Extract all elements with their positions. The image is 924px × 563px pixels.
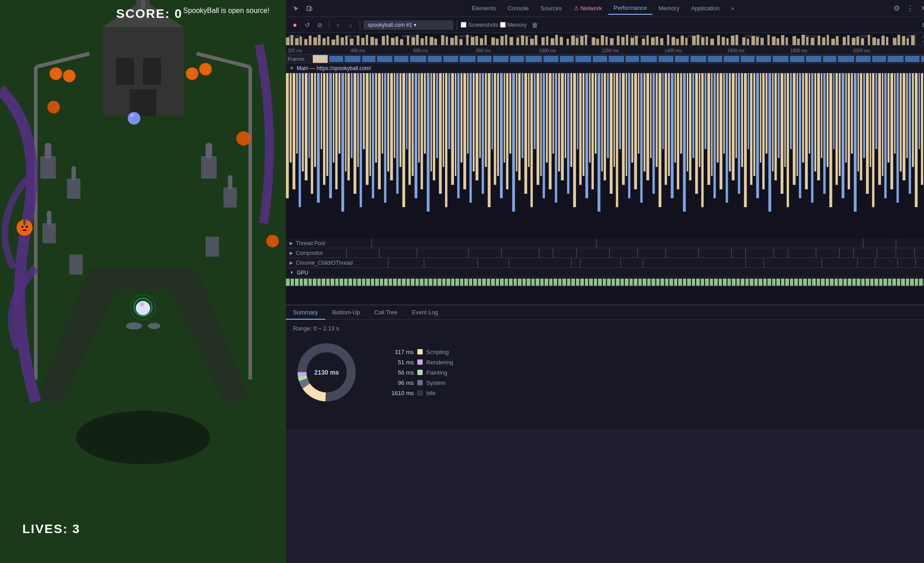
- svg-rect-538: [580, 279, 584, 286]
- device-icon-btn[interactable]: [303, 2, 315, 15]
- download-profile-button[interactable]: ↓: [345, 20, 356, 30]
- svg-rect-228: [321, 73, 322, 149]
- tab-elements[interactable]: Elements: [466, 2, 501, 15]
- screenshots-toggle[interactable]: Screenshots: [461, 22, 498, 28]
- svg-rect-50: [295, 38, 298, 45]
- svg-rect-304: [553, 73, 554, 154]
- svg-rect-82: [450, 38, 454, 45]
- svg-rect-10: [42, 223, 56, 243]
- svg-rect-417: [896, 73, 899, 203]
- svg-rect-573: [736, 279, 739, 286]
- svg-rect-609: [897, 279, 900, 286]
- tab-bottom-up[interactable]: Bottom-Up: [325, 305, 367, 320]
- painting-color: [417, 370, 423, 375]
- tab-call-tree[interactable]: Call Tree: [367, 305, 405, 320]
- more-options-icon-btn[interactable]: ⋮: [904, 2, 916, 15]
- svg-rect-398: [839, 73, 840, 176]
- url-selector[interactable]: spookyball.com #1 ▾: [364, 21, 453, 29]
- gpu-section-header[interactable]: ▼ GPU: [286, 268, 924, 278]
- svg-rect-375: [769, 73, 771, 212]
- svg-rect-486: [349, 279, 352, 286]
- svg-rect-542: [598, 279, 601, 286]
- svg-rect-318: [595, 73, 596, 154]
- chrome-child-section[interactable]: ▶ Chrome_ChildIOThread: [286, 258, 924, 268]
- expand-toolbar-button[interactable]: ⚙: [919, 20, 924, 30]
- svg-rect-91: [496, 39, 499, 45]
- svg-rect-569: [718, 279, 722, 286]
- scripting-label: Scripting: [426, 349, 449, 355]
- svg-rect-307: [561, 73, 563, 180]
- record-button[interactable]: ●: [290, 20, 300, 30]
- svg-rect-524: [518, 279, 521, 286]
- tab-console[interactable]: Console: [502, 2, 534, 15]
- settings-icon-btn[interactable]: ⚙: [890, 2, 903, 15]
- svg-rect-126: [672, 37, 675, 45]
- tab-more[interactable]: »: [726, 2, 739, 15]
- system-color: [417, 380, 423, 385]
- tab-application[interactable]: Application: [686, 2, 725, 15]
- svg-rect-156: [822, 38, 825, 45]
- svg-rect-163: [857, 37, 859, 45]
- tab-performance[interactable]: Performance: [608, 2, 652, 15]
- legend-items: 317 ms Scripting 51 ms Rendering 56 ms: [387, 349, 453, 396]
- thread-pool-section[interactable]: ▶ Thread Pool: [286, 238, 924, 248]
- svg-rect-47: [310, 7, 312, 10]
- donut-center-label: 2130 ms: [314, 369, 339, 376]
- clear-button[interactable]: ⊘: [315, 20, 325, 30]
- svg-rect-483: [335, 279, 338, 286]
- svg-rect-168: [882, 36, 885, 45]
- tab-summary[interactable]: Summary: [286, 305, 325, 320]
- tab-network[interactable]: ⚠Network: [568, 2, 608, 15]
- idle-label: Idle: [426, 390, 436, 396]
- svg-rect-152: [802, 35, 805, 45]
- svg-rect-259: [415, 73, 417, 198]
- svg-rect-233: [335, 73, 337, 189]
- main-section-arrow: ▼: [290, 66, 294, 71]
- main-section-header[interactable]: ▼ Main — https://spookyball.com/: [286, 63, 924, 73]
- svg-rect-124: [660, 38, 663, 45]
- flamechart-svg: [286, 73, 924, 234]
- svg-rect-595: [835, 279, 838, 286]
- tab-event-log[interactable]: Event Log: [405, 305, 445, 320]
- svg-rect-35: [21, 226, 23, 228]
- svg-rect-581: [772, 279, 775, 286]
- svg-rect-100: [542, 38, 545, 45]
- svg-rect-325: [616, 73, 618, 207]
- svg-rect-537: [576, 279, 579, 286]
- svg-rect-472: [286, 279, 290, 286]
- svg-rect-89: [484, 35, 487, 45]
- svg-rect-162: [852, 38, 855, 45]
- svg-rect-77: [425, 36, 427, 45]
- svg-rect-405: [860, 73, 862, 180]
- upload-profile-button[interactable]: ↑: [333, 20, 344, 30]
- svg-rect-112: [601, 35, 604, 45]
- svg-rect-611: [906, 279, 909, 286]
- devtools-panel: Elements Console Sources ⚠Network Perfor…: [286, 0, 924, 563]
- compositor-section[interactable]: ▶ Compositor: [286, 248, 924, 258]
- svg-rect-151: [797, 39, 800, 45]
- tab-sources[interactable]: Sources: [535, 2, 567, 15]
- legend-rendering: 51 ms Rendering: [387, 359, 453, 366]
- tab-memory[interactable]: Memory: [653, 2, 685, 15]
- svg-rect-110: [592, 38, 595, 45]
- svg-rect-475: [299, 279, 302, 286]
- screenshots-checkbox[interactable]: [461, 22, 466, 28]
- svg-rect-145: [767, 35, 769, 45]
- cursor-icon-btn[interactable]: [290, 2, 302, 15]
- svg-rect-185: [477, 56, 491, 62]
- summary-content: Range: 0 – 2.13 s: [286, 320, 924, 430]
- svg-rect-73: [407, 36, 409, 45]
- memory-toggle[interactable]: Memory: [500, 22, 527, 28]
- svg-rect-370: [753, 73, 755, 176]
- svg-rect-78: [430, 37, 433, 45]
- svg-rect-261: [420, 73, 423, 189]
- memory-checkbox[interactable]: [500, 22, 506, 28]
- close-icon-btn[interactable]: ✕: [917, 2, 924, 15]
- svg-rect-230: [326, 73, 328, 176]
- reload-record-button[interactable]: ↺: [302, 20, 313, 30]
- ruler2-200: 200 ms: [288, 48, 351, 53]
- svg-rect-96: [521, 36, 524, 45]
- delete-recording-button[interactable]: 🗑: [530, 21, 539, 29]
- svg-point-34: [266, 235, 279, 247]
- ruler2-600: 600 ms: [413, 48, 476, 53]
